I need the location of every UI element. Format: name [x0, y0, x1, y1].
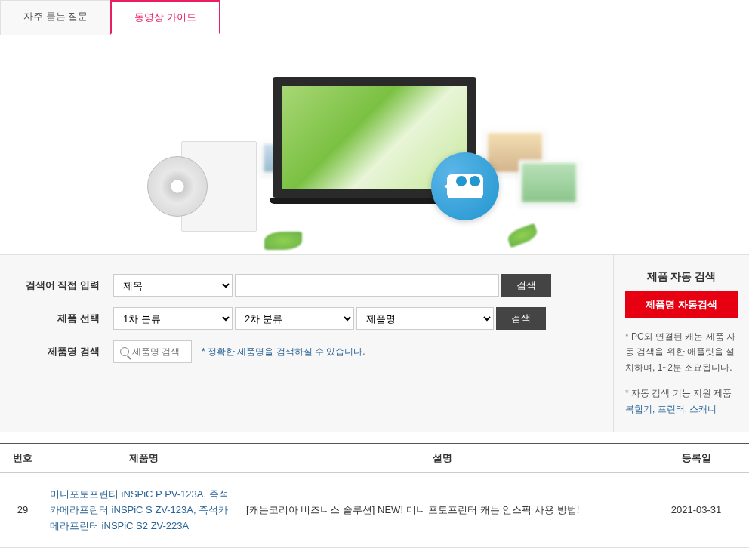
product-name-input[interactable] [132, 346, 185, 357]
product-name-label: 제품명 검색 [23, 345, 113, 358]
product-select-label: 제품 선택 [23, 312, 113, 325]
cell-product[interactable]: 미니포토프린터 iNSPiC P PV-123A, 즉석카메라프린터 iNSPi… [45, 548, 242, 560]
category1-select[interactable]: 1차 분류 [113, 307, 233, 330]
table-row[interactable]: 29미니포토프린터 iNSPiC P PV-123A, 즉석카메라프린터 iNS… [0, 472, 749, 547]
col-header-no: 번호 [0, 443, 45, 472]
keyword-input[interactable] [235, 274, 499, 297]
search-type-select[interactable]: 제목 [113, 274, 233, 297]
table-row[interactable]: 28미니포토프린터 iNSPiC P PV-123A, 즉석카메라프린터 iNS… [0, 548, 749, 560]
results-table: 번호 제품명 설명 등록일 29미니포토프린터 iNSPiC P PV-123A… [0, 443, 749, 560]
product-name-hint: * 정확한 제품명을 검색하실 수 있습니다. [202, 346, 365, 358]
keyword-search-button[interactable]: 검색 [501, 274, 551, 297]
cell-date: 2021-03-31 [643, 548, 749, 560]
col-header-desc: 설명 [242, 443, 643, 472]
cell-date: 2021-03-31 [643, 472, 749, 547]
auto-search-button[interactable]: 제품명 자동검색 [625, 291, 738, 318]
col-header-date: 등록일 [643, 443, 749, 472]
supported-products-link[interactable]: 복합기, 프린터, 스캐너 [625, 404, 717, 414]
laptop-graphic [273, 77, 476, 213]
tab-bar: 자주 묻는 질문 동영상 가이드 [0, 0, 749, 35]
product-select[interactable]: 제품명 [356, 307, 494, 330]
cell-product[interactable]: 미니포토프린터 iNSPiC P PV-123A, 즉석카메라프린터 iNSPi… [45, 472, 242, 547]
cell-no: 29 [0, 472, 45, 547]
search-icon [120, 347, 129, 356]
cell-desc: 미니 포토프린터 캐논 인스픽 사용방법! 분할 사진 출력 방법, 네 컷 사… [242, 548, 643, 560]
cell-no: 28 [0, 548, 45, 560]
cd-graphic [159, 134, 257, 232]
tab-video-guide[interactable]: 동영상 가이드 [110, 0, 220, 35]
auto-search-title: 제품 자동 검색 [625, 270, 738, 284]
keyword-label: 검색어 직접 입력 [23, 278, 113, 292]
search-panel: 검색어 직접 입력 제목 검색 제품 선택 1차 분류 2차 분류 [0, 254, 749, 432]
auto-search-note: * PC와 연결된 캐논 제품 자동 검색을 위한 애플릿을 설치하며, 1~2… [625, 329, 738, 375]
product-search-button[interactable]: 검색 [496, 307, 546, 330]
category2-select[interactable]: 2차 분류 [235, 307, 354, 330]
leaf-graphic [264, 232, 302, 250]
hero-banner [0, 35, 749, 254]
col-header-product: 제품명 [45, 443, 242, 472]
video-play-icon [431, 152, 499, 220]
tab-faq[interactable]: 자주 묻는 질문 [0, 0, 111, 35]
leaf-graphic [506, 223, 539, 248]
thumbnail-graphic [519, 160, 579, 205]
auto-search-supported: * 자동 검색 기능 지원 제품 복합기, 프린터, 스캐너 [625, 386, 738, 417]
product-name-input-wrap[interactable] [113, 340, 192, 363]
cell-desc: [캐논코리아 비즈니스 솔루션] NEW! 미니 포토프린터 캐논 인스픽 사용… [242, 472, 643, 547]
